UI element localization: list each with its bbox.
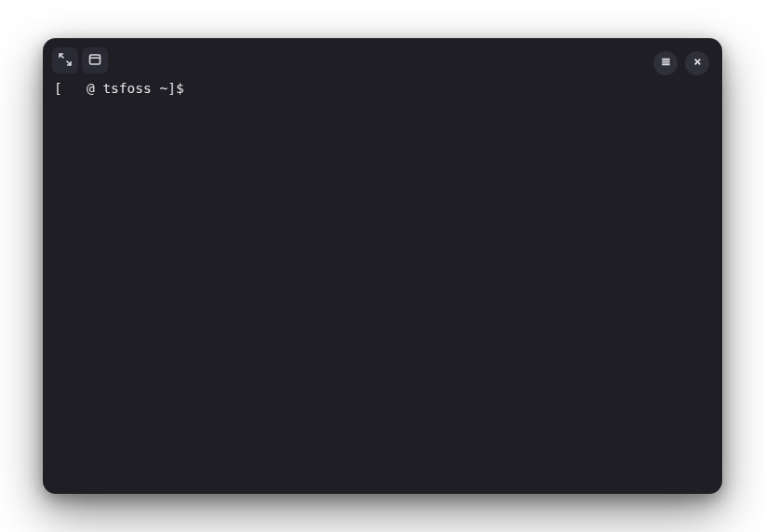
close-icon (691, 56, 704, 71)
left-toolbar (52, 47, 108, 73)
terminal-content[interactable]: [ @ tsfoss ~]$ (54, 44, 711, 483)
menu-button[interactable] (653, 51, 678, 75)
close-button[interactable] (685, 51, 709, 75)
svg-rect-0 (90, 55, 101, 64)
terminal-window: [ @ tsfoss ~]$ (43, 38, 722, 494)
fullscreen-button[interactable] (52, 47, 78, 73)
shell-prompt: [ @ tsfoss ~]$ (54, 80, 711, 99)
window-controls (653, 51, 709, 75)
panel-button[interactable] (82, 47, 108, 73)
panel-icon (87, 52, 102, 70)
fullscreen-icon (58, 52, 73, 70)
hamburger-icon (660, 56, 672, 71)
